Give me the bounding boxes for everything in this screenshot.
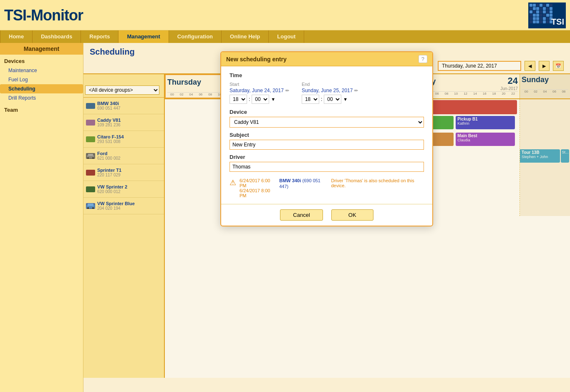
driver-input[interactable] (230, 162, 424, 172)
start-hour-select[interactable]: 18 (230, 95, 247, 104)
ok-button[interactable]: OK (331, 209, 373, 221)
start-time-field: Start Saturday, June 24, 2017 ✏ 18 : (230, 82, 289, 104)
start-label: Start (230, 82, 289, 87)
device-select[interactable]: Caddy V81 (230, 117, 424, 128)
nav-reports[interactable]: Reports (81, 30, 119, 43)
team-section-label: Team (0, 103, 83, 115)
sidebar-item-scheduling[interactable]: Scheduling (0, 84, 83, 93)
nav-configuration[interactable]: Configuration (169, 30, 222, 43)
header: TSI-Monitor (0, 0, 570, 30)
modal-help-btn[interactable]: ? (419, 55, 427, 63)
start-date: Saturday, June 24, 2017 (230, 88, 284, 93)
edit-end-date-icon[interactable]: ✏ (354, 88, 358, 93)
logo-text: TSI-Monitor (4, 7, 83, 24)
subject-input[interactable] (230, 140, 424, 150)
warning-row: ⚠ 6/24/2017 6:00 PM 6/24/2017 8:00 PM BM… (230, 178, 424, 198)
edit-start-date-icon[interactable]: ✏ (285, 88, 289, 93)
end-hour-select[interactable]: 18 (302, 95, 319, 104)
tsi-logo-img: TSI (528, 3, 566, 28)
nav-online-help[interactable]: Online Help (222, 30, 269, 43)
scheduling-modal: New scheduling entry ? Time Start Saturd… (220, 51, 433, 226)
sidebar-item-fuel-log[interactable]: Fuel Log (0, 75, 83, 84)
sidebar-title: Management (0, 43, 83, 55)
nav-management[interactable]: Management (119, 30, 169, 43)
time-section-label: Time (230, 72, 424, 78)
sidebar: Management Devices Maintenance Fuel Log … (0, 43, 83, 392)
modal-header: New scheduling entry ? (221, 52, 432, 66)
time-row: Start Saturday, June 24, 2017 ✏ 18 : (230, 82, 424, 104)
end-time-field: End Sunday, June 25, 2017 ✏ 18 : (302, 82, 358, 104)
devices-section-label: Devices (0, 55, 83, 66)
nav-home[interactable]: Home (0, 30, 33, 43)
device-section-label: Device (230, 109, 424, 115)
modal-overlay: New scheduling entry ? Time Start Saturd… (83, 43, 570, 392)
nav-dashboards[interactable]: Dashboards (33, 30, 81, 43)
start-min-select[interactable]: 00 (252, 95, 269, 104)
warning-icon: ⚠ (230, 178, 236, 187)
modal-body: Time Start Saturday, June 24, 2017 ✏ 18 (221, 66, 432, 204)
content-area: Scheduling ◀ ▶ 📅 <All device groups> (83, 43, 570, 392)
end-label: End (302, 82, 358, 87)
modal-title: New scheduling entry (226, 56, 287, 63)
sidebar-item-maintenance[interactable]: Maintenance (0, 66, 83, 75)
subject-section-label: Subject (230, 132, 424, 138)
start-ampm: ▼ (271, 97, 275, 102)
warning-device-info: BMW 340i (690 051 447) (279, 178, 328, 189)
warning-device-name: BMW 340i (279, 178, 301, 183)
warning-content: 6/24/2017 6:00 PM 6/24/2017 8:00 PM BMW … (240, 178, 424, 198)
driver-section-label: Driver (230, 154, 424, 160)
warning-message: Driver 'Thomas' is also scheduled on thi… (331, 178, 424, 188)
nav-logout[interactable]: Logout (269, 30, 304, 43)
warning-dates: 6/24/2017 6:00 PM 6/24/2017 8:00 PM (240, 178, 276, 198)
modal-footer: Cancel OK (221, 204, 432, 226)
cancel-button[interactable]: Cancel (280, 209, 323, 221)
sidebar-item-drill-reports[interactable]: Drill Reports (0, 93, 83, 103)
end-date: Sunday, June 25, 2017 (302, 88, 353, 93)
end-ampm: ▼ (343, 97, 348, 102)
end-min-select[interactable]: 00 (324, 95, 341, 104)
navbar: Home Dashboards Reports Management Confi… (0, 30, 570, 43)
